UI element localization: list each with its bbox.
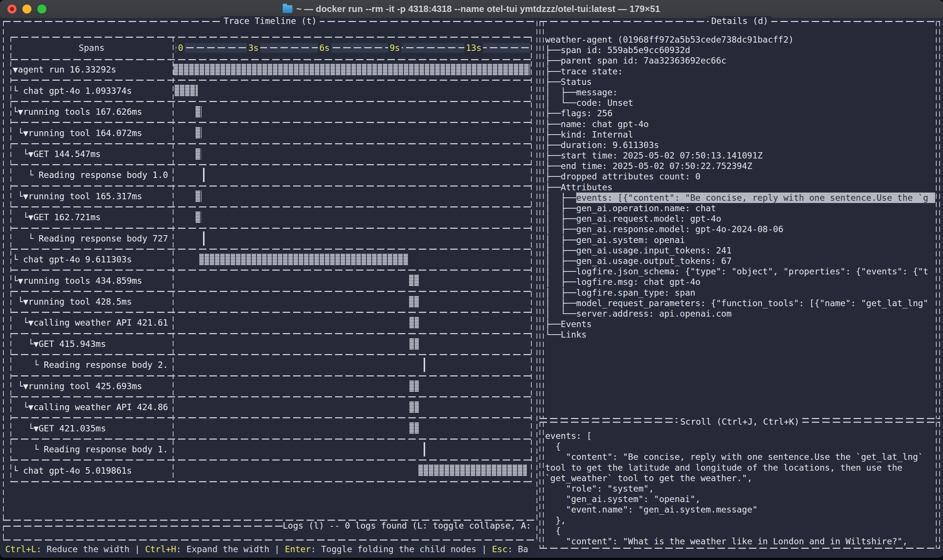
details-line[interactable]: ├──parent span id: 7aa32363692ec66c — [545, 55, 935, 66]
tree-branch-prefix: │ ├── — [545, 245, 576, 256]
span-row[interactable]: └▼running tool 165.317ms — [11, 186, 532, 207]
span-timeline-cell — [174, 59, 531, 80]
span-row[interactable]: └▼calling weather API 424.86 — [11, 397, 532, 418]
details-line[interactable]: │ ├──logfire.span_type: span — [545, 288, 935, 298]
details-line-text: gen_ai.response.model: gpt-4o-2024-08-06 — [576, 224, 783, 234]
details-line[interactable]: │ ├──gen_ai.usage.input_tokens: 241 — [545, 245, 935, 256]
span-timeline-cell — [174, 397, 531, 418]
close-button[interactable] — [8, 5, 17, 14]
span-row[interactable]: └▼calling weather API 421.61 — [11, 312, 532, 333]
span-label: └▼running tools 167.626ms — [11, 101, 173, 122]
span-row[interactable]: └▼GET 421.035ms — [11, 418, 532, 438]
details-line-text: server.address: api.openai.com — [576, 308, 731, 319]
details-line[interactable]: │ └──server.address: api.openai.com — [545, 308, 935, 319]
scroll-content: events: [ { "content": "Be concise, repl… — [545, 431, 935, 546]
details-line-text: logfire.msg: chat gpt-4o — [576, 277, 700, 287]
details-line-text: dropped attributes count: 0 — [561, 171, 701, 182]
axis-tick: 3s — [247, 43, 260, 53]
details-line[interactable]: │ ├──gen_ai.operation.name: chat — [545, 203, 935, 214]
details-line[interactable]: ├──Status — [545, 77, 935, 87]
details-line[interactable]: │ ├──logfire.json_schema: {"type": "obje… — [545, 266, 935, 277]
scroll-line: { — [545, 526, 935, 536]
details-line[interactable]: ├──duration: 9.611303s — [545, 140, 935, 150]
details-line[interactable]: │ ├──gen_ai.request.model: gpt-4o — [545, 214, 935, 224]
details-line[interactable]: ├──dropped attributes count: 0 — [545, 171, 935, 182]
logs-panel[interactable]: Logs (l) -- 0 logs found (L: toggle coll… — [3, 526, 537, 540]
span-row[interactable]: └▼running tools 167.626ms — [11, 101, 532, 122]
details-line[interactable]: ├──kind: Internal — [545, 129, 935, 140]
span-row[interactable]: └ Reading response body 1. — [11, 439, 532, 460]
span-row[interactable]: └▼running tool 428.5ms — [11, 291, 532, 312]
details-line[interactable]: ├──name: chat gpt-4o — [545, 119, 935, 129]
tree-branch-prefix: │ ├── — [545, 256, 576, 266]
span-timeline-cell — [174, 101, 531, 122]
span-row[interactable]: ▼agent run 16.33292s — [11, 59, 532, 80]
span-row[interactable]: └▼running tools 434.859ms — [11, 270, 532, 291]
details-line[interactable]: │ ├──gen_ai.system: openai — [545, 235, 935, 245]
scroll-line: { — [545, 441, 935, 452]
details-line-text: weather-agent (01968ff972a5b53cede738dc9… — [545, 34, 794, 45]
details-line[interactable]: ├──trace state: — [545, 66, 935, 77]
span-duration-bar — [195, 127, 202, 138]
scroll-panel[interactable]: Scroll (Ctrl+J, Ctrl+K) events: [ { "con… — [540, 422, 940, 549]
details-line[interactable]: │ ├──gen_ai.usage.output_tokens: 67 — [545, 256, 935, 266]
details-line[interactable]: │ ├──model_request_parameters: {"functio… — [545, 298, 935, 308]
minimize-button[interactable] — [22, 5, 31, 14]
details-line-selected[interactable]: │ ├──events: [{"content": "Be concise, r… — [545, 192, 935, 203]
details-line[interactable]: │ └──code: Unset — [545, 98, 935, 108]
details-line[interactable]: ├──start time: 2025-05-02 07:50:13.14109… — [545, 150, 935, 161]
span-duration-bar — [409, 422, 419, 434]
span-duration-bar — [409, 317, 419, 328]
span-rows: ▼agent run 16.33292s└ chat gpt-4o 1.0933… — [11, 59, 532, 481]
span-timeline-cell — [174, 228, 531, 249]
span-timeline-cell — [174, 186, 531, 207]
folder-icon — [283, 5, 292, 13]
span-duration-bar — [175, 85, 198, 96]
span-row[interactable]: └ Reading response body 2. — [11, 354, 532, 375]
span-row[interactable]: └ chat gpt-4o 9.611303s — [11, 249, 532, 270]
details-line[interactable]: weather-agent (01968ff972a5b53cede738dc9… — [545, 34, 935, 45]
span-row[interactable]: └ chat gpt-4o 5.019861s — [11, 460, 532, 481]
details-line[interactable]: ├──flags: 256 — [545, 108, 935, 118]
span-label: └▼GET 421.035ms — [11, 418, 173, 438]
span-row[interactable]: └▼GET 162.721ms — [11, 207, 532, 228]
span-row[interactable]: └ Reading response body 1.0 — [11, 165, 532, 185]
span-duration-bar — [409, 402, 419, 413]
span-row[interactable]: └▼GET 415.943ms — [11, 334, 532, 354]
statusbar-description: : Toggle folding the child nodes — [311, 544, 476, 554]
details-line[interactable]: ├──end time: 2025-05-02 07:50:22.752394Z — [545, 161, 935, 171]
details-line[interactable]: ├──Attributes — [545, 182, 935, 192]
fullscreen-button[interactable] — [37, 5, 46, 14]
span-row[interactable]: └▼running tool 425.693ms — [11, 376, 532, 397]
spans-column-header: Spans — [11, 37, 173, 59]
span-timeline-cell — [174, 80, 531, 101]
span-row[interactable]: └▼GET 144.547ms — [11, 143, 532, 165]
details-line[interactable]: └──Links — [545, 329, 935, 340]
span-row[interactable]: └ chat gpt-4o 1.093374s — [11, 80, 532, 101]
span-label: └▼GET 162.721ms — [11, 207, 173, 228]
span-row[interactable]: └ Reading response body 727 — [11, 228, 532, 249]
span-label: └ chat gpt-4o 9.611303s — [11, 249, 173, 270]
tree-branch-prefix: ├── — [545, 319, 561, 329]
span-duration-bar — [203, 231, 205, 246]
details-line-text: gen_ai.operation.name: chat — [576, 203, 716, 214]
tree-branch-prefix: │ ├── — [545, 266, 576, 277]
details-line-text: kind: Internal — [561, 129, 634, 140]
span-duration-bar — [203, 168, 205, 182]
details-line[interactable]: ├──Events — [545, 319, 935, 329]
details-line[interactable]: ├──span id: 559ab5e9cc60932d — [545, 45, 935, 55]
details-line-text: message: — [576, 87, 618, 98]
span-timeline-cell — [174, 418, 531, 438]
details-panel: Details (d) weather-agent (01968ff972a5b… — [540, 21, 940, 419]
details-line[interactable]: │ ├──logfire.msg: chat gpt-4o — [545, 277, 935, 287]
statusbar-description: : Reduce the width — [36, 544, 129, 554]
terminal-window: ~ — docker run --rm -it -p 4318:4318 --n… — [0, 0, 943, 558]
logs-panel-title: Logs (l) -- 0 logs found (L: toggle coll… — [283, 521, 536, 531]
details-line[interactable]: │ ├──message: — [545, 87, 935, 98]
details-line[interactable]: │ ├──gen_ai.response.model: gpt-4o-2024-… — [545, 224, 935, 234]
span-duration-bar — [195, 106, 202, 117]
span-row[interactable]: └▼running tool 164.072ms — [11, 122, 532, 143]
details-line-text: name: chat gpt-4o — [561, 119, 649, 129]
span-label: └▼GET 144.547ms — [11, 143, 173, 165]
span-timeline-cell — [174, 143, 531, 165]
